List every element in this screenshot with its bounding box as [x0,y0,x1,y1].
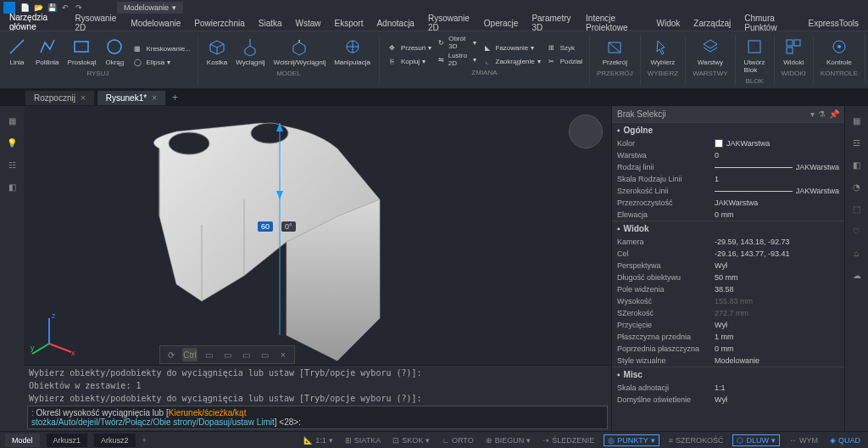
mirror2d-button[interactable]: ⇋Lustro 2D ▾ [437,52,476,67]
props-value[interactable]: Wył [715,321,839,329]
props-section-view[interactable]: ▪ Widok [612,221,844,236]
view-cube[interactable] [569,115,603,148]
controls-button[interactable]: Kontrole [825,35,854,68]
fillet-button[interactable]: ◟Zaokrąglenie ▾ [481,55,541,67]
menu-operations[interactable]: Operacje [481,17,521,30]
chevron-down-icon[interactable]: ▾ [810,109,815,119]
props-section-misc[interactable]: ▪ Misc [612,367,844,382]
select-button[interactable]: Wybierz [648,35,676,68]
layout-tab-model[interactable]: Model [5,434,40,447]
props-value[interactable]: -29.59, 143.18, -92.73 [715,238,839,246]
polyline-button[interactable]: Polilinia [34,35,61,68]
props-section-general[interactable]: ▪ Ogólne [612,123,844,137]
status-osnap[interactable]: ◎ PUNKTY ▾ [604,434,659,446]
viewport[interactable]: 60 0° z x y [24,106,611,365]
manipulate-button[interactable]: Manipulacja [332,35,372,68]
menu-export[interactable]: Eksport [332,17,366,30]
filter-icon[interactable]: ⚗ [818,109,826,119]
layout-tab-sheet1[interactable]: Arkusz1 [47,434,88,447]
circle-button[interactable]: Okrąg [103,35,126,68]
panel-icon-4[interactable]: ◔ [849,179,865,194]
workspace-dropdown[interactable]: Modelowanie ▾ [117,2,183,14]
menu-mesh[interactable]: Siatka [256,17,285,30]
panel-icon-6[interactable]: ♡ [849,223,865,238]
menu-view[interactable]: Widok [654,17,683,30]
props-value[interactable]: -29.16, 143.77, -93.41 [715,249,839,258]
cmd-opt4-icon[interactable]: ▭ [257,348,272,361]
cmd-close-icon[interactable]: × [275,348,291,361]
panel-icon-1[interactable]: ▦ [849,113,865,128]
menu-manage[interactable]: Zarządzaj [691,17,733,30]
array-button[interactable]: ⊞Szyk [546,42,582,53]
extrude-button[interactable]: Wyciągnij [234,35,266,68]
rotate3d-button[interactable]: ↻Obrót 3D ▾ [437,35,476,50]
props-value[interactable]: Wył [715,261,839,270]
line-button[interactable]: Linia [5,35,29,68]
presspull-button[interactable]: Wciśnij/Wyciągnij [271,35,327,68]
cmd-history-icon[interactable]: ⟳ [164,348,179,361]
pin-icon[interactable]: 📌 [829,109,839,119]
section-button[interactable]: Przekrój [601,35,629,68]
panel-icon-3[interactable]: ◧ [849,157,865,172]
ucs-gizmo[interactable]: z x y [31,311,77,358]
props-value[interactable]: 0 mm [715,344,839,353]
cmd-opt1-icon[interactable]: ▭ [201,348,216,361]
status-ducs[interactable]: ⬡ DLUW ▾ [732,434,780,446]
layers-panel-icon[interactable]: ▦ [4,113,19,128]
menu-surface[interactable]: Powierzchnia [192,17,247,30]
menu-modeling[interactable]: Modelowanie [128,17,183,30]
panel-icon-5[interactable]: ⬚ [849,201,865,216]
structure-icon[interactable]: ☷ [4,157,19,172]
status-otrack[interactable]: ⇢ ŚLEDZENIE [540,434,597,446]
command-input[interactable]: : Określ wysokość wyciągnięcia lub [Kier… [27,406,608,429]
status-lineweight[interactable]: ≡ SZEROKOŚĆ [666,434,726,446]
layout-tab-sheet2[interactable]: Arkusz2 [94,434,136,447]
dimension-value-badge[interactable]: 60 [258,221,273,232]
status-quad[interactable]: ◈ QUAD [827,434,863,446]
rectangle-button[interactable]: Prostokąt [66,35,98,68]
menu-insert[interactable]: Wstaw [293,17,324,30]
menu-annotation[interactable]: Adnotacja [374,17,416,30]
cmd-opt2-icon[interactable]: ▭ [220,348,235,361]
close-icon[interactable]: × [81,93,86,103]
status-ortho[interactable]: ∟ ORTO [439,434,476,446]
tab-start[interactable]: Rozpocznij × [25,91,94,105]
props-value[interactable]: Modelowanie [715,356,839,365]
hatch-button[interactable]: ▦Kreskowanie... [131,42,190,54]
status-snap[interactable]: ⊡ SKOK ▾ [390,434,432,446]
panel-icon-7[interactable]: ⌂ [849,245,865,260]
color-swatch[interactable] [715,139,723,148]
box-button[interactable]: Kostka [205,35,229,68]
tips-icon[interactable]: 💡 [4,135,19,150]
move-button[interactable]: ✥Przesuń ▾ [387,42,431,53]
props-value[interactable]: 1 [715,175,839,183]
status-polar[interactable]: ⊕ BIEGUN ▾ [483,434,534,446]
panel-icon-8[interactable]: ☁ [849,267,865,283]
status-scale[interactable]: 📐 1:1 ▾ [301,434,336,446]
create-block-button[interactable]: Utwórz Blok [743,35,767,76]
props-value[interactable]: JAKWarstwa [715,199,839,207]
tab-drawing1[interactable]: Rysunek1* × [97,91,165,105]
props-value[interactable]: 1 mm [715,333,839,341]
split-button[interactable]: ✂Podział [546,55,582,67]
copy-button[interactable]: ⎘Kopiuj ▾ [387,55,431,67]
menu-expresstools[interactable]: ExpressTools [806,17,861,30]
props-value[interactable]: 1:1 [715,384,839,392]
props-value[interactable]: 0 mm [715,210,839,219]
layers-button[interactable]: Warstwy [696,35,725,68]
close-icon[interactable]: × [152,93,157,103]
status-dim[interactable]: ↔ WYM [787,434,821,446]
props-value[interactable]: Wył [715,395,839,404]
solid-icon[interactable]: ◧ [4,179,19,194]
props-value[interactable]: 0 [715,151,839,160]
new-tab-button[interactable]: + [169,92,181,104]
props-value[interactable]: 50 mm [715,273,839,282]
ellipse-button[interactable]: ◯Elipsa ▾ [131,56,190,68]
add-layout-button[interactable]: + [142,436,147,445]
panel-icon-2[interactable]: ☲ [849,135,865,150]
cmd-opt3-icon[interactable]: ▭ [238,348,253,361]
views-button[interactable]: Widoki [782,35,805,68]
chamfer-button[interactable]: ◣Fazowanie ▾ [481,42,541,53]
status-grid[interactable]: ⊞ SIATKA [342,434,383,446]
props-value[interactable]: 38.58 [715,285,839,294]
